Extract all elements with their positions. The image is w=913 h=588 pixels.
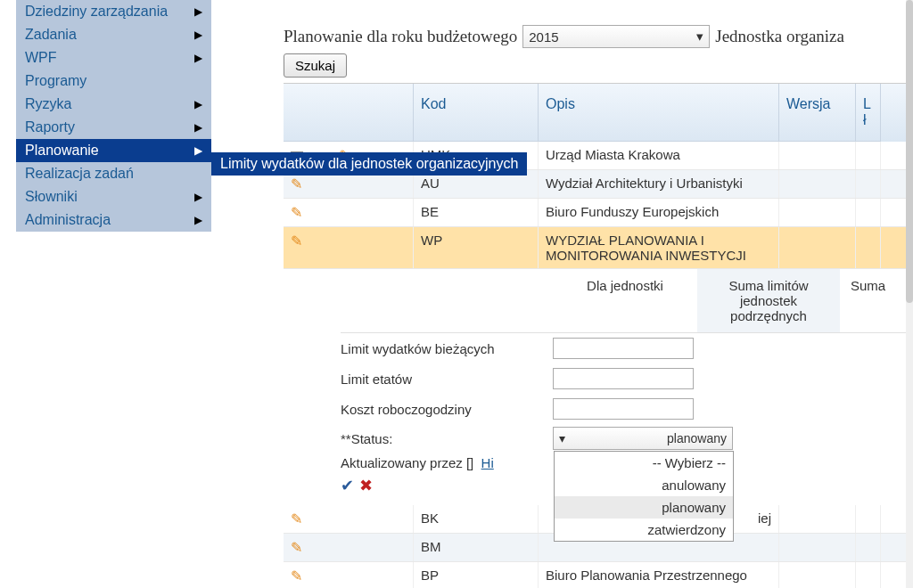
org-label: Jednostka organiza bbox=[715, 27, 844, 46]
edit-icon[interactable]: ✎ bbox=[291, 205, 302, 220]
cancel-icon[interactable]: ✖ bbox=[359, 477, 373, 494]
table-row[interactable]: ✎ BP Biuro Planowania Przestrzennego bbox=[284, 562, 913, 588]
col-wersja[interactable]: Wersja bbox=[779, 84, 856, 142]
sidebar-item-administracja[interactable]: Administracja▶ bbox=[16, 208, 211, 232]
status-select[interactable]: ▾ planowany -- Wybierz -- anulowany plan… bbox=[553, 427, 733, 450]
sidebar-item-wpf[interactable]: WPF▶ bbox=[16, 46, 211, 69]
search-button[interactable]: Szukaj bbox=[284, 53, 347, 78]
col-last[interactable]: L ł bbox=[856, 84, 881, 142]
sidebar-item-planowanie[interactable]: Planowanie▶ bbox=[16, 139, 211, 162]
chevron-right-icon: ▶ bbox=[194, 144, 202, 157]
chevron-right-icon: ▶ bbox=[194, 121, 202, 134]
scrollbar-thumb[interactable] bbox=[906, 0, 913, 303]
edit-icon[interactable]: ✎ bbox=[291, 511, 302, 527]
limit-etatow-label: Limit etatów bbox=[341, 372, 553, 387]
detail-col-dla: Dla jednostki bbox=[553, 269, 697, 332]
col-opis[interactable]: Opis bbox=[539, 84, 779, 142]
year-select[interactable]: 2015▾ bbox=[522, 25, 710, 48]
detail-col-suma: Suma bbox=[840, 269, 893, 332]
sidebar-item-realizacja[interactable]: Realizacja zadań bbox=[16, 162, 211, 185]
koszt-roboczo-label: Koszt roboczogodziny bbox=[341, 402, 553, 417]
detail-panel: Dla jednostki Suma limitów jednostek pod… bbox=[284, 269, 913, 505]
sidebar-item-zadania[interactable]: Zadania▶ bbox=[16, 23, 211, 46]
status-label: **Status: bbox=[341, 431, 553, 446]
chevron-down-icon: ▾ bbox=[696, 29, 703, 45]
submenu-limity[interactable]: Limity wydatków dla jednostek organizacy… bbox=[211, 152, 527, 176]
planning-label: Planowanie dla roku budżetowego bbox=[284, 27, 517, 46]
sidebar-item-ryzyka[interactable]: Ryzyka▶ bbox=[16, 93, 211, 116]
chevron-right-icon: ▶ bbox=[194, 98, 202, 110]
status-dropdown: -- Wybierz -- anulowany planowany zatwie… bbox=[554, 451, 734, 542]
edit-icon[interactable]: ✎ bbox=[291, 540, 302, 555]
limit-biezacych-label: Limit wydatków bieżących bbox=[341, 341, 553, 356]
limit-etatow-input[interactable] bbox=[553, 368, 694, 389]
dropdown-option[interactable]: zatwierdzony bbox=[555, 519, 733, 541]
chevron-right-icon: ▶ bbox=[194, 52, 202, 64]
content: Planowanie dla roku budżetowego 2015▾ Je… bbox=[284, 25, 913, 588]
table-row[interactable]: ✎ BE Biuro Funduszy Europejskich bbox=[284, 199, 913, 227]
sidebar-item-programy[interactable]: Programy bbox=[16, 69, 211, 93]
chevron-right-icon: ▶ bbox=[194, 214, 202, 226]
chevron-down-icon: ▾ bbox=[559, 431, 565, 445]
sidebar-item-slowniki[interactable]: Słowniki▶ bbox=[16, 185, 211, 208]
grid-header: Kod Opis Wersja L ł bbox=[284, 84, 913, 142]
koszt-roboczo-input[interactable] bbox=[553, 398, 694, 420]
sidebar-item-dziedziny[interactable]: Dziedziny zarządzania▶ bbox=[16, 0, 211, 23]
history-link[interactable]: Hi bbox=[481, 455, 494, 470]
chevron-right-icon: ▶ bbox=[194, 5, 202, 18]
sidebar: Dziedziny zarządzania▶ Zadania▶ WPF▶ Pro… bbox=[16, 0, 211, 232]
dropdown-option[interactable]: -- Wybierz -- bbox=[555, 452, 733, 474]
dropdown-option[interactable]: planowany bbox=[555, 496, 733, 519]
edit-icon[interactable]: ✎ bbox=[291, 568, 302, 584]
detail-col-suma-pod: Suma limitów jednostek podrzędnych bbox=[697, 269, 840, 332]
edit-icon[interactable]: ✎ bbox=[291, 233, 302, 249]
col-kod[interactable]: Kod bbox=[414, 84, 539, 142]
chevron-right-icon: ▶ bbox=[194, 29, 202, 41]
scrollbar[interactable] bbox=[906, 0, 913, 588]
confirm-icon[interactable]: ✔ bbox=[341, 477, 354, 494]
chevron-right-icon: ▶ bbox=[194, 191, 202, 203]
limit-biezacych-input[interactable] bbox=[553, 338, 694, 359]
dropdown-option[interactable]: anulowany bbox=[555, 474, 733, 496]
edit-icon[interactable]: ✎ bbox=[291, 176, 302, 192]
sidebar-item-raporty[interactable]: Raporty▶ bbox=[16, 116, 211, 139]
table-row[interactable]: ✎ WP WYDZIAŁ PLANOWANIA I MONITOROWANIA … bbox=[284, 227, 913, 269]
